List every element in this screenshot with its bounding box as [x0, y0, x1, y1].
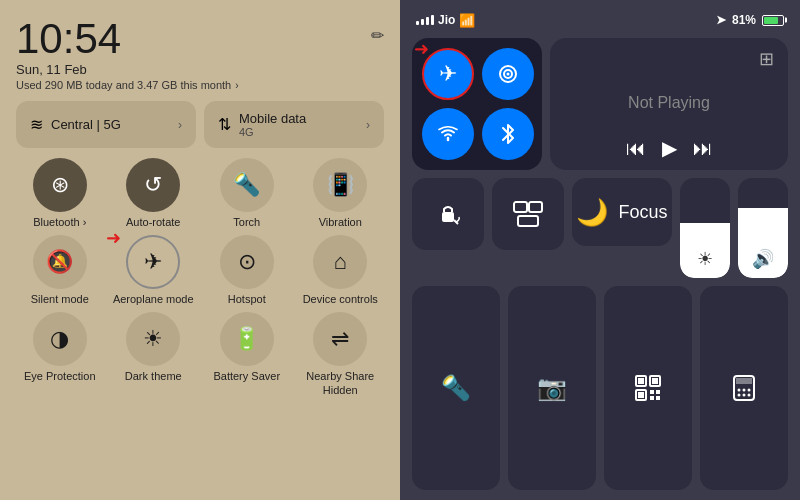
android-time: 10:54 [16, 18, 239, 60]
ios-control-center: Jio 📶 ➤ 81% ➜ ✈ [400, 0, 800, 500]
svg-rect-15 [650, 396, 654, 400]
toggle-bluetooth[interactable]: ⊛ Bluetooth › [16, 158, 104, 229]
toggle-hotspot[interactable]: ⊙ Hotspot [203, 235, 291, 306]
ios-wifi-button[interactable] [422, 108, 474, 160]
top-section: ➜ ✈ [412, 38, 788, 170]
dark-theme-icon-circle: ☀ [126, 312, 180, 366]
eye-protection-label: Eye Protection [24, 370, 96, 383]
screen-mirror-icon [512, 200, 544, 228]
toggle-nearby-share[interactable]: ⇌ Nearby Share Hidden [297, 312, 385, 396]
signal-bar-2 [421, 19, 424, 25]
svg-rect-4 [514, 202, 527, 212]
battery-indicator [762, 15, 784, 26]
toggle-airplane[interactable]: ➜ ✈ Aeroplane mode [110, 235, 198, 306]
device-controls-icon-circle: ⌂ [313, 235, 367, 289]
svg-rect-10 [652, 378, 658, 384]
wifi-chevron: › [178, 118, 182, 132]
wifi-icon: ≋ [30, 115, 43, 134]
svg-rect-6 [518, 216, 538, 226]
toggle-silent[interactable]: 🔕 Silent mode [16, 235, 104, 306]
ios-airplane-button[interactable]: ✈ [422, 48, 474, 100]
torch-icon-circle: 🔦 [220, 158, 274, 212]
airplane-btn-wrapper: ➜ ✈ [422, 48, 474, 100]
flashlight-button[interactable]: 🔦 [412, 286, 500, 490]
data-usage-chevron[interactable]: › [235, 80, 238, 91]
svg-point-20 [743, 389, 746, 392]
svg-rect-13 [650, 390, 654, 394]
svg-rect-18 [736, 378, 752, 384]
toggle-battery-saver[interactable]: 🔋 Battery Saver [203, 312, 291, 396]
fast-forward-button[interactable]: ⏭ [693, 137, 713, 160]
bottom-section: 🔦 📷 [412, 286, 788, 490]
moon-icon: 🌙 [576, 197, 608, 228]
edit-icon[interactable]: ✏ [371, 26, 384, 45]
bluetooth-icon-circle: ⊛ [33, 158, 87, 212]
airplay-icon[interactable]: ⊞ [759, 48, 774, 70]
qr-icon [634, 374, 662, 402]
play-button[interactable]: ▶ [662, 136, 677, 160]
signal-bars [416, 15, 434, 25]
svg-point-19 [738, 389, 741, 392]
bluetooth-label: Bluetooth › [33, 216, 86, 229]
now-playing-block: ⊞ Not Playing ⏮ ▶ ⏭ [550, 38, 788, 170]
toggle-autorotate[interactable]: ↺ Auto-rotate [110, 158, 198, 229]
carrier-name: Jio [438, 13, 455, 27]
nearby-share-label: Nearby Share Hidden [297, 370, 385, 396]
wifi-button[interactable]: ≋ Central | 5G › [16, 101, 196, 148]
nearby-share-icon-circle: ⇌ [313, 312, 367, 366]
autorotate-label: Auto-rotate [126, 216, 180, 229]
connectivity-block: ➜ ✈ [412, 38, 542, 170]
volume-icon: 🔊 [752, 248, 774, 270]
cellular-icon [497, 63, 519, 85]
silent-label: Silent mode [31, 293, 89, 306]
airplane-icon-circle: ✈ [126, 235, 180, 289]
network-row: ≋ Central | 5G › ⇅ Mobile data 4G › [16, 101, 384, 148]
svg-rect-12 [638, 392, 644, 398]
eye-protection-icon-circle: ◑ [33, 312, 87, 366]
svg-rect-16 [656, 396, 660, 400]
calculator-button[interactable] [700, 286, 788, 490]
qr-button[interactable] [604, 286, 692, 490]
volume-slider[interactable]: 🔊 [738, 178, 788, 278]
ios-status-left: Jio 📶 [416, 13, 475, 28]
toggle-dark-theme[interactable]: ☀ Dark theme [110, 312, 198, 396]
signal-bar-1 [416, 21, 419, 25]
airplane-annotation-arrow: ➜ [106, 227, 121, 249]
toggle-device-controls[interactable]: ⌂ Device controls [297, 235, 385, 306]
ios-status-bar: Jio 📶 ➤ 81% [412, 10, 788, 30]
rewind-button[interactable]: ⏮ [626, 137, 646, 160]
now-playing-title: Not Playing [564, 94, 774, 112]
ios-cellular-button[interactable] [482, 48, 534, 100]
portrait-lock-button[interactable] [412, 178, 484, 250]
svg-rect-3 [442, 212, 454, 222]
silent-icon-circle: 🔕 [33, 235, 87, 289]
toggle-vibration[interactable]: 📳 Vibration [297, 158, 385, 229]
bluetooth-icon [501, 123, 515, 145]
battery-saver-icon-circle: 🔋 [220, 312, 274, 366]
android-data-usage: Used 290 MB today and 3.47 GB this month… [16, 79, 239, 91]
svg-point-24 [748, 394, 751, 397]
screen-mirror-button[interactable] [492, 178, 564, 250]
mobile-data-button[interactable]: ⇅ Mobile data 4G › [204, 101, 384, 148]
ios-bluetooth-button[interactable] [482, 108, 534, 160]
focus-button[interactable]: 🌙 Focus [572, 178, 672, 246]
android-control-panel: 10:54 Sun, 11 Feb Used 290 MB today and … [0, 0, 400, 500]
toggle-grid: ⊛ Bluetooth › ↺ Auto-rotate 🔦 Torch 📳 Vi… [16, 158, 384, 397]
vibration-label: Vibration [319, 216, 362, 229]
toggle-torch[interactable]: 🔦 Torch [203, 158, 291, 229]
battery-outline [762, 15, 784, 26]
mobile-data-icon: ⇅ [218, 115, 231, 134]
brightness-slider[interactable]: ☀ [680, 178, 730, 278]
camera-button[interactable]: 📷 [508, 286, 596, 490]
android-date: Sun, 11 Feb [16, 62, 239, 77]
hotspot-label: Hotspot [228, 293, 266, 306]
battery-saver-label: Battery Saver [213, 370, 280, 383]
toggle-eye-protection[interactable]: ◑ Eye Protection [16, 312, 104, 396]
mid-section: 🌙 Focus ☀ 🔊 [412, 178, 788, 278]
svg-rect-8 [638, 378, 644, 384]
focus-label: Focus [618, 202, 667, 223]
svg-rect-5 [529, 202, 542, 212]
signal-bar-3 [426, 17, 429, 25]
airplane-label: Aeroplane mode [113, 293, 194, 306]
brightness-icon: ☀ [697, 248, 713, 270]
